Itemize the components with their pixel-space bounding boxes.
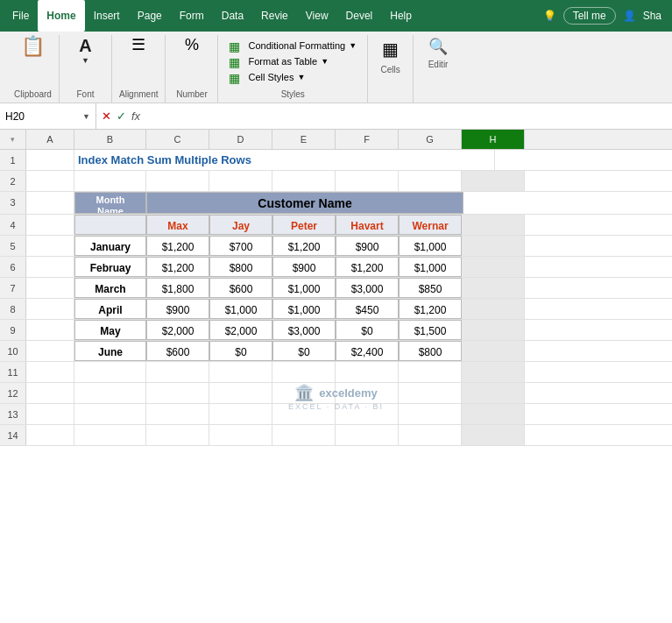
cell-c7[interactable]: $1,800 [146,278,209,298]
select-all-icon[interactable]: ▾ [0,130,25,149]
cell-d13[interactable] [209,404,272,424]
cell-c11[interactable] [146,362,209,382]
cell-c9[interactable]: $2,000 [146,320,209,340]
cell-h4[interactable] [462,215,525,235]
cell-g7[interactable]: $850 [399,278,462,298]
cell-d11[interactable] [209,362,272,382]
cell-styles-btn[interactable]: ▦ Cell Styles ▼ [225,70,360,84]
cell-d12[interactable] [209,383,272,403]
cell-b5-january[interactable]: January [74,236,146,256]
cell-f5[interactable]: $900 [336,236,399,256]
cell-b12[interactable] [74,383,146,403]
cell-h14[interactable] [462,425,525,445]
cell-d14[interactable] [209,425,272,445]
cell-a4[interactable] [26,215,74,235]
confirm-formula-icon[interactable]: ✓ [117,110,126,123]
cell-d9[interactable]: $2,000 [209,320,272,340]
cell-f9[interactable]: $0 [336,320,399,340]
col-header-h[interactable]: H [462,130,525,149]
cell-e9[interactable]: $3,000 [272,320,336,340]
cell-g13[interactable] [399,404,462,424]
cell-b8-april[interactable]: April [74,299,146,319]
format-as-table-btn[interactable]: ▦ Format as Table ▼ [225,54,360,68]
cell-h8[interactable] [462,299,525,319]
col-header-b[interactable]: B [74,130,146,149]
cell-h2[interactable] [462,171,525,191]
cell-d8[interactable]: $1,000 [209,299,272,319]
cell-d4-jay[interactable]: Jay [209,215,272,235]
cell-a10[interactable] [26,341,74,361]
cell-h10[interactable] [462,341,525,361]
alignment-btn[interactable]: ☰ [121,35,156,54]
cell-b13[interactable] [74,404,146,424]
cell-c2[interactable] [146,171,209,191]
cell-h9[interactable] [462,320,525,340]
cell-e7[interactable]: $1,000 [272,278,336,298]
col-header-c[interactable]: C [146,130,209,149]
menu-insert[interactable]: Insert [85,0,129,32]
col-header-f[interactable]: F [336,130,399,149]
cell-g10[interactable]: $800 [399,341,462,361]
cell-e6[interactable]: $900 [272,257,336,277]
menu-devel[interactable]: Devel [337,0,382,32]
name-box[interactable]: H20 ▼ [0,103,96,129]
cell-a5[interactable] [26,236,74,256]
cell-b10-june[interactable]: June [74,341,146,361]
cell-c10[interactable]: $600 [146,341,209,361]
cell-b11[interactable] [74,362,146,382]
cell-d6[interactable]: $800 [209,257,272,277]
col-header-a[interactable]: A [26,130,74,149]
number-btn[interactable]: % [174,35,209,54]
cell-c3-customer[interactable]: Customer Name [146,192,463,214]
col-header-g[interactable]: G [399,130,462,149]
menu-data[interactable]: Data [213,0,252,32]
cell-a12[interactable] [26,383,74,403]
cell-e4-peter[interactable]: Peter [272,215,336,235]
cell-a1[interactable] [26,150,74,170]
cell-a8[interactable] [26,299,74,319]
cell-b1[interactable]: Index Match Sum Multiple Rows [74,150,495,170]
cell-a6[interactable] [26,257,74,277]
cell-b9-may[interactable]: May [74,320,146,340]
cell-b4[interactable] [74,215,146,235]
name-box-dropdown-icon[interactable]: ▼ [82,112,90,121]
cell-a14[interactable] [26,425,74,445]
cell-g5[interactable]: $1,000 [399,236,462,256]
cell-h11[interactable] [462,362,525,382]
menu-page[interactable]: Page [129,0,171,32]
cell-d10[interactable]: $0 [209,341,272,361]
cell-g4-wernar[interactable]: Wernar [399,215,462,235]
cell-e10[interactable]: $0 [272,341,336,361]
cell-b2[interactable] [74,171,146,191]
cell-c12[interactable] [146,383,209,403]
cell-f14[interactable] [336,425,399,445]
cell-b6-februay[interactable]: Februay [74,257,146,277]
cell-b3-merged[interactable]: MonthName [74,192,146,214]
cell-g11[interactable] [399,362,462,382]
conditional-formatting-btn[interactable]: ▦ Conditional Formatting ▼ [225,39,360,53]
cell-a3[interactable] [26,192,74,214]
formula-input[interactable] [145,110,672,123]
cell-h5[interactable] [462,236,525,256]
cell-f6[interactable]: $1,200 [336,257,399,277]
cell-e11[interactable] [272,362,336,382]
cell-g9[interactable]: $1,500 [399,320,462,340]
cell-g2[interactable] [399,171,462,191]
cell-b7-march[interactable]: March [74,278,146,298]
cell-f8[interactable]: $450 [336,299,399,319]
cells-btn[interactable]: ▦ [375,35,406,63]
menu-home[interactable]: Home [38,0,84,32]
cell-g6[interactable]: $1,000 [399,257,462,277]
col-header-d[interactable]: D [209,130,272,149]
cell-g12[interactable] [399,383,462,403]
menu-help[interactable]: Help [381,0,421,32]
cell-b14[interactable] [74,425,146,445]
cell-c8[interactable]: $900 [146,299,209,319]
cell-f2[interactable] [336,171,399,191]
cell-d7[interactable]: $600 [209,278,272,298]
cell-a11[interactable] [26,362,74,382]
cell-f7[interactable]: $3,000 [336,278,399,298]
cell-h7[interactable] [462,278,525,298]
cell-a13[interactable] [26,404,74,424]
cell-c13[interactable] [146,404,209,424]
